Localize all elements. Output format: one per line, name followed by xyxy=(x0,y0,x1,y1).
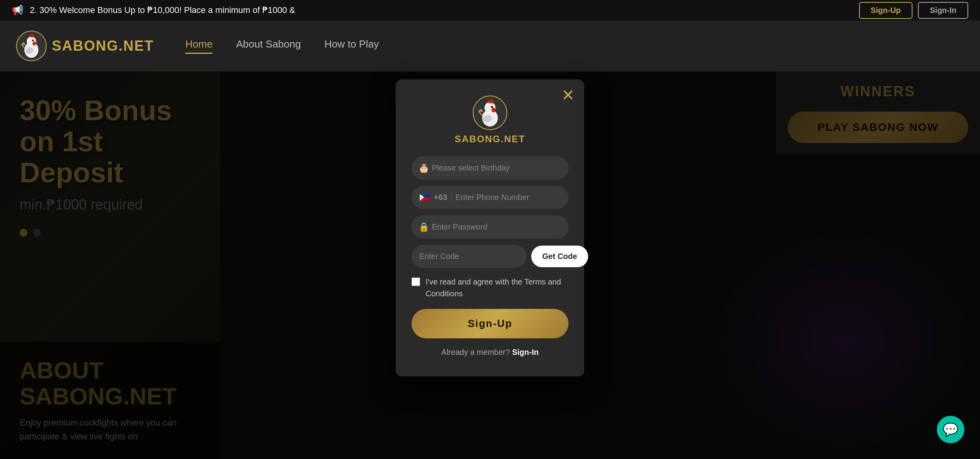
phone-input[interactable] xyxy=(455,186,561,209)
svg-point-8 xyxy=(33,42,36,46)
phone-divider xyxy=(451,192,452,203)
get-code-button[interactable]: Get Code xyxy=(531,246,588,267)
code-input[interactable] xyxy=(411,245,527,268)
modal-close-button[interactable]: ✕ xyxy=(561,87,575,103)
nav-how-to-play[interactable]: How to Play xyxy=(324,38,379,54)
modal-logo-text: SABONG.NET xyxy=(455,134,525,145)
phone-country-code: +63 xyxy=(434,193,447,202)
svg-point-15 xyxy=(492,106,492,107)
nav-right-links: About Sabong How to Play xyxy=(236,38,379,54)
signin-prompt: Already a member? Sign-In xyxy=(411,348,569,357)
nav-about-sabong[interactable]: About Sabong xyxy=(236,38,301,54)
password-input[interactable] xyxy=(411,215,569,239)
main-content: 30% Bonus on 1st Deposit min.₱1000 requi… xyxy=(0,72,980,459)
logo-area: SABONG.NET xyxy=(16,30,154,62)
phone-flag-icon: 🇵🇭 xyxy=(419,193,430,203)
terms-group: I've read and agree with the Terms and C… xyxy=(411,276,569,299)
nav-home[interactable]: Home xyxy=(185,38,212,54)
announcement-text: 2. 30% Welcome Bonus Up to ₱10,000! Plac… xyxy=(30,5,295,15)
navbar: SABONG.NET Home About Sabong How to Play xyxy=(0,20,980,72)
logo-icon xyxy=(16,30,47,62)
phone-field-group: 🇵🇭 +63 xyxy=(411,186,569,209)
modal-logo-icon xyxy=(472,95,508,130)
modal-logo: SABONG.NET xyxy=(411,95,569,145)
signup-button[interactable]: Sign-Up xyxy=(411,309,569,338)
terms-text: I've read and agree with the Terms and C… xyxy=(426,276,569,299)
phone-group: 🇵🇭 +63 xyxy=(411,186,569,209)
nav-links: Home About Sabong How to Play xyxy=(185,38,379,54)
svg-point-6 xyxy=(33,40,33,41)
birthday-icon: 🎂 xyxy=(419,163,429,173)
modal-overlay: ✕ SABONG.NET 🎂 xyxy=(0,72,980,459)
chat-button[interactable]: 💬 xyxy=(937,416,964,443)
top-signup-button[interactable]: Sign-Up xyxy=(859,2,913,19)
signup-modal: ✕ SABONG.NET 🎂 xyxy=(396,79,584,376)
svg-point-17 xyxy=(492,108,495,112)
chat-icon: 💬 xyxy=(943,422,958,437)
announcement-bar: 📢 2. 30% Welcome Bonus Up to ₱10,000! Pl… xyxy=(0,0,980,20)
top-signin-button[interactable]: Sign-In xyxy=(918,2,968,19)
announcement-icon: 📢 xyxy=(12,5,24,16)
logo-text: SABONG.NET xyxy=(52,38,154,54)
birthday-field-group: 🎂 xyxy=(411,156,569,180)
code-group: Get Code xyxy=(411,245,569,268)
code-field-group: Get Code xyxy=(411,245,569,268)
terms-checkbox[interactable] xyxy=(411,277,420,286)
auth-buttons: Sign-Up Sign-In xyxy=(859,2,968,19)
password-icon: 🔒 xyxy=(419,222,429,232)
password-field-group: 🔒 xyxy=(411,215,569,239)
signin-link[interactable]: Sign-In xyxy=(512,348,539,356)
birthday-input[interactable] xyxy=(411,156,569,180)
